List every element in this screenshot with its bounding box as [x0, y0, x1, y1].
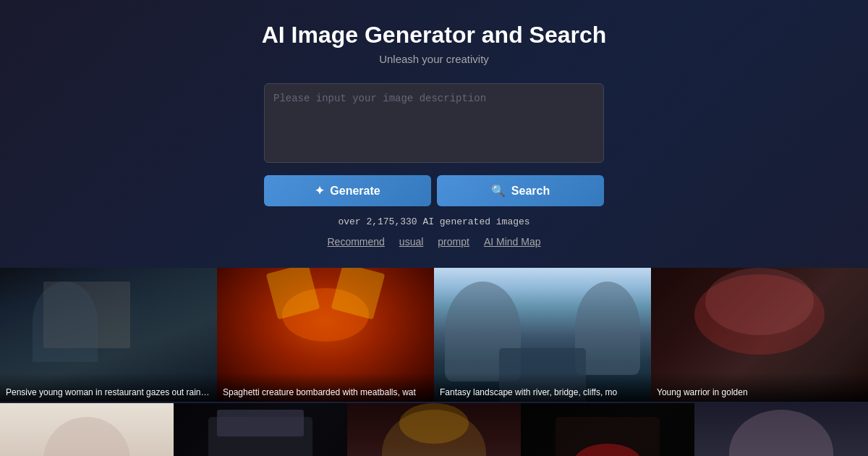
nav-usual[interactable]: usual: [399, 236, 423, 248]
list-item[interactable]: Spaghetti creature bombarded with meatba…: [217, 268, 434, 402]
stats-text: over 2,175,330 AI generated images: [338, 216, 529, 227]
subtitle: Unleash your creativity: [14, 53, 854, 65]
list-item[interactable]: [347, 403, 521, 456]
image-caption: Young warrior in golden: [651, 373, 868, 402]
sparkle-icon: ✦: [315, 184, 324, 198]
nav-links: Recommend usual prompt AI Mind Map: [327, 236, 540, 248]
generate-button[interactable]: ✦ Generate: [264, 175, 431, 206]
textarea-wrapper: [264, 83, 604, 166]
search-label: Search: [511, 185, 550, 198]
nav-recommend[interactable]: Recommend: [327, 236, 384, 248]
app-container: AI Image Generator and Search Unleash yo…: [0, 0, 868, 456]
list-item[interactable]: [0, 403, 174, 456]
list-item[interactable]: Fantasy landscape with river, bridge, cl…: [434, 268, 651, 402]
list-item[interactable]: Pensive young woman in restaurant gazes …: [0, 268, 217, 402]
list-item[interactable]: [521, 403, 694, 456]
nav-ai-mind-map[interactable]: AI Mind Map: [484, 236, 541, 248]
image-caption: Spaghetti creature bombarded with meatba…: [217, 373, 434, 402]
image-caption: Fantasy landscape with river, bridge, cl…: [434, 373, 651, 402]
generate-label: Generate: [330, 185, 380, 198]
header: AI Image Generator and Search Unleash yo…: [0, 0, 868, 76]
image-row-1: Pensive young woman in restaurant gazes …: [0, 268, 868, 402]
search-button[interactable]: 🔍 Search: [437, 175, 604, 206]
list-item[interactable]: Young warrior in golden: [651, 268, 868, 402]
search-icon: 🔍: [491, 184, 506, 198]
search-section: ✦ Generate 🔍 Search over 2,175,330 AI ge…: [0, 76, 868, 268]
page-title: AI Image Generator and Search: [14, 22, 854, 48]
nav-prompt[interactable]: prompt: [438, 236, 469, 248]
image-description-input[interactable]: [264, 83, 604, 163]
list-item[interactable]: [174, 403, 347, 456]
button-row: ✦ Generate 🔍 Search: [264, 175, 604, 206]
image-row-2: [0, 403, 868, 456]
list-item[interactable]: [694, 403, 868, 456]
image-caption: Pensive young woman in restaurant gazes …: [0, 373, 217, 402]
